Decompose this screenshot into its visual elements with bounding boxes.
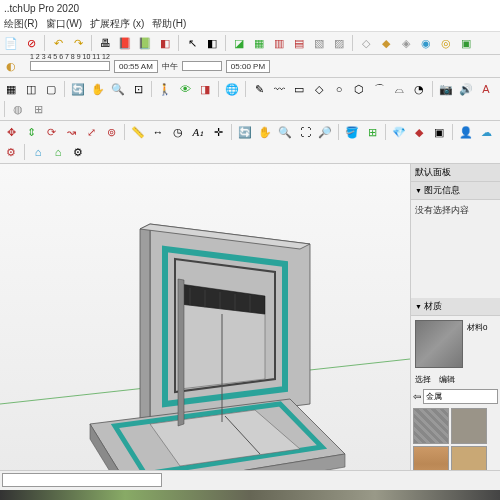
- style5-icon[interactable]: ◎: [437, 34, 455, 52]
- back-arrow-icon[interactable]: ⇦: [413, 391, 421, 402]
- scale-icon[interactable]: ⤢: [82, 123, 100, 141]
- pencil-icon[interactable]: ✎: [250, 80, 268, 98]
- material-thumb[interactable]: [413, 408, 449, 444]
- right-icon[interactable]: ▤: [290, 34, 308, 52]
- component-icon[interactable]: ⊞: [363, 123, 381, 141]
- person-icon[interactable]: 👤: [457, 123, 475, 141]
- style3-icon[interactable]: ◈: [397, 34, 415, 52]
- pan2-icon[interactable]: ✋: [256, 123, 274, 141]
- zoomext-icon[interactable]: ⛶: [296, 123, 314, 141]
- dimension-icon[interactable]: ↔: [149, 123, 167, 141]
- arc-icon[interactable]: ⌒: [370, 80, 388, 98]
- gear-icon[interactable]: ⚙: [69, 143, 87, 161]
- house2-icon[interactable]: ⌂: [49, 143, 67, 161]
- time-start[interactable]: 00:55 AM: [114, 60, 158, 73]
- tool-c[interactable]: ▢: [42, 80, 60, 98]
- zoom2-icon[interactable]: 🔍: [276, 123, 294, 141]
- cube-icon[interactable]: ◧: [156, 34, 174, 52]
- left-icon[interactable]: ▨: [330, 34, 348, 52]
- iso-icon[interactable]: ◪: [230, 34, 248, 52]
- shadow-icon[interactable]: ◐: [2, 57, 20, 75]
- cancel-icon[interactable]: ⊘: [22, 34, 40, 52]
- status-bar: "充选择。拖动鼠标选择多项。: [0, 470, 500, 500]
- select-tab[interactable]: 选择: [415, 374, 431, 385]
- prev-icon[interactable]: 🔎: [316, 123, 334, 141]
- materials-header[interactable]: ▼ 材质: [411, 298, 500, 316]
- new-icon[interactable]: 📄: [2, 34, 20, 52]
- paint-icon[interactable]: 🪣: [343, 123, 361, 141]
- tape-icon[interactable]: 📏: [129, 123, 147, 141]
- orbit2-icon[interactable]: 🔄: [236, 123, 254, 141]
- freehand-icon[interactable]: 〰: [270, 80, 288, 98]
- move-icon[interactable]: ✥: [2, 123, 20, 141]
- sound-icon[interactable]: 🔊: [457, 80, 475, 98]
- book-green-icon[interactable]: 📗: [136, 34, 154, 52]
- menu-window[interactable]: 窗口(W): [46, 17, 82, 31]
- rotate-icon[interactable]: ⟳: [42, 123, 60, 141]
- pushpull-icon[interactable]: ⇕: [22, 123, 40, 141]
- extwh-icon[interactable]: ⚙: [2, 143, 20, 161]
- book-red-icon[interactable]: 📕: [116, 34, 134, 52]
- undo-icon[interactable]: ↶: [49, 34, 67, 52]
- orbit-icon[interactable]: 🔄: [69, 80, 87, 98]
- pie-icon[interactable]: ◔: [410, 80, 428, 98]
- camera-icon[interactable]: 📷: [437, 80, 455, 98]
- walk-icon[interactable]: 🚶: [156, 80, 174, 98]
- sandbox2-icon[interactable]: ⊞: [29, 100, 47, 118]
- circle-icon[interactable]: ○: [330, 80, 348, 98]
- style2-icon[interactable]: ◆: [377, 34, 395, 52]
- 3d-viewport[interactable]: [0, 164, 410, 500]
- back-icon[interactable]: ▧: [310, 34, 328, 52]
- redo-icon[interactable]: ↷: [69, 34, 87, 52]
- look-icon[interactable]: 👁: [176, 80, 194, 98]
- section-icon[interactable]: ◨: [196, 80, 214, 98]
- eraser-icon[interactable]: ◧: [203, 34, 221, 52]
- date-slider[interactable]: [30, 61, 110, 71]
- followme-icon[interactable]: ↝: [62, 123, 80, 141]
- tool-b[interactable]: ◫: [22, 80, 40, 98]
- style1-icon[interactable]: ◇: [357, 34, 375, 52]
- select-arrow-icon[interactable]: ↖: [183, 34, 201, 52]
- material-thumb[interactable]: [451, 408, 487, 444]
- rotrect-icon[interactable]: ◇: [310, 80, 328, 98]
- time-slider[interactable]: [182, 61, 222, 71]
- rect-icon[interactable]: ▭: [290, 80, 308, 98]
- pan-icon[interactable]: ✋: [89, 80, 107, 98]
- text-icon[interactable]: A₁: [189, 123, 207, 141]
- ext2-icon[interactable]: ▣: [430, 123, 448, 141]
- style4-icon[interactable]: ◉: [417, 34, 435, 52]
- current-material-swatch[interactable]: [415, 320, 463, 368]
- arc2-icon[interactable]: ⌓: [390, 80, 408, 98]
- top-icon[interactable]: ▦: [250, 34, 268, 52]
- zoom-window-icon[interactable]: ⊡: [129, 80, 147, 98]
- protractor-icon[interactable]: ◷: [169, 123, 187, 141]
- warehouse-icon[interactable]: ☁: [477, 123, 495, 141]
- tool-a[interactable]: ▦: [2, 80, 20, 98]
- offset-icon[interactable]: ⊚: [102, 123, 120, 141]
- axes-icon[interactable]: ✛: [209, 123, 227, 141]
- time-end[interactable]: 05:00 PM: [226, 60, 270, 73]
- front-icon[interactable]: ▥: [270, 34, 288, 52]
- ext1-icon[interactable]: ◆: [410, 123, 428, 141]
- style6-icon[interactable]: ▣: [457, 34, 475, 52]
- zoom-icon[interactable]: 🔍: [109, 80, 127, 98]
- menu-draw[interactable]: 绘图(R): [4, 17, 38, 31]
- menu-bar: 绘图(R) 窗口(W) 扩展程序 (x) 帮助(H): [0, 16, 500, 32]
- collection-dropdown[interactable]: 金属: [423, 389, 498, 404]
- entity-info-header[interactable]: ▼ 图元信息: [411, 182, 500, 200]
- toolbar-row-4: ✥ ⇕ ⟳ ↝ ⤢ ⊚ 📏 ↔ ◷ A₁ ✛ 🔄 ✋ 🔍 ⛶ 🔎 🪣 ⊞ 💎 ◆…: [0, 121, 500, 164]
- print-icon[interactable]: 🖶: [96, 34, 114, 52]
- text3d-icon[interactable]: A: [477, 80, 495, 98]
- tray-title: 默认面板: [415, 166, 451, 179]
- measurement-input[interactable]: [2, 473, 162, 487]
- house-icon[interactable]: ⌂: [29, 143, 47, 161]
- polygon-icon[interactable]: ⬡: [350, 80, 368, 98]
- ruby-icon[interactable]: 💎: [390, 123, 408, 141]
- tray-title-bar[interactable]: 默认面板: [411, 164, 500, 182]
- globe-icon[interactable]: 🌐: [223, 80, 241, 98]
- entity-info-label: 图元信息: [424, 184, 460, 197]
- menu-extensions[interactable]: 扩展程序 (x): [90, 17, 144, 31]
- edit-tab[interactable]: 编辑: [439, 374, 455, 385]
- menu-help[interactable]: 帮助(H): [152, 17, 186, 31]
- sandbox1-icon[interactable]: ◍: [9, 100, 27, 118]
